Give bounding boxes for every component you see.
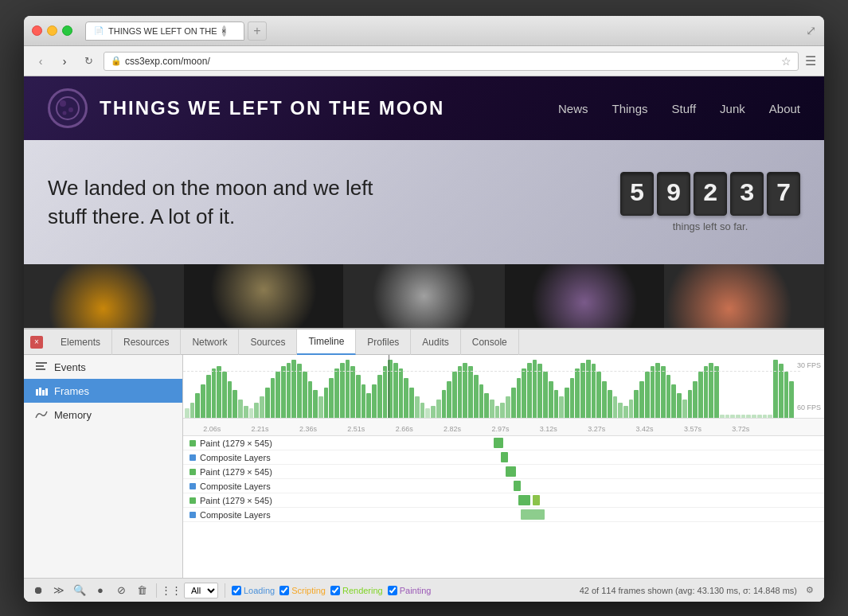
fps-bar (559, 396, 564, 418)
event-label: Composite Layers (183, 453, 338, 462)
loading-checkbox[interactable] (232, 586, 241, 595)
tab-network[interactable]: Network (181, 329, 239, 355)
thumbnail-2[interactable] (184, 264, 342, 328)
browser-window: 📄 THINGS WE LEFT ON THE × + ⤢ ‹ › ↻ 🔒 cs… (24, 16, 824, 602)
rendering-label: Rendering (342, 586, 383, 595)
sidebar-memory-label: Memory (54, 409, 92, 421)
table-row: Composite Layers (183, 508, 824, 522)
nav-things[interactable]: Things (612, 102, 647, 115)
fps-bar (281, 366, 286, 418)
fps-bar (543, 372, 548, 418)
nav-stuff[interactable]: Stuff (672, 102, 697, 115)
fps-bar (458, 366, 463, 418)
filter-select[interactable]: All (184, 583, 218, 598)
maximize-window-button[interactable] (62, 25, 72, 36)
fullscreen-button[interactable]: ⤢ (806, 23, 816, 38)
tab-sources[interactable]: Sources (239, 329, 297, 355)
scripting-filter[interactable]: Scripting (279, 586, 326, 595)
hero-text: We landed on the moon and we left stuff … (48, 173, 373, 232)
devtools-sidebar: Events Frames Memory (24, 355, 183, 578)
event-row-label-1: Composite Layers (200, 453, 271, 462)
browser-menu-button[interactable]: ☰ (805, 53, 816, 68)
settings-button[interactable]: ⚙ (802, 583, 818, 598)
tab-timeline[interactable]: Timeline (297, 329, 356, 355)
frames-icon (35, 384, 48, 397)
delete-button[interactable]: 🗑 (134, 583, 150, 598)
svg-rect-8 (39, 388, 41, 396)
tab-bar: 📄 THINGS WE LEFT ON THE × + (85, 21, 799, 41)
nav-about[interactable]: About (769, 102, 800, 115)
composite-color-dot-3 (190, 512, 196, 518)
thumbnail-1[interactable] (24, 264, 182, 328)
fps-bar (313, 390, 318, 418)
tab-audits[interactable]: Audits (411, 329, 460, 355)
thumbnail-3[interactable] (345, 264, 503, 328)
hero-line1: We landed on the moon and we left (48, 176, 373, 200)
ruler-tick-10: 3.57s (684, 425, 701, 433)
tab-resources[interactable]: Resources (112, 329, 181, 355)
fps-bar (361, 384, 366, 418)
new-tab-button[interactable]: + (248, 21, 267, 41)
nav-junk[interactable]: Junk (720, 102, 745, 115)
fps-bar (425, 408, 430, 418)
counter-digit-0: 5 (620, 172, 654, 216)
fps-bar (484, 393, 489, 418)
fps-bar (233, 390, 237, 418)
bookmark-icon[interactable]: ☆ (781, 55, 791, 68)
sidebar-item-memory[interactable]: Memory (24, 403, 182, 427)
browser-tab[interactable]: 📄 THINGS WE LEFT ON THE × (85, 21, 244, 41)
fps-bar (228, 381, 233, 418)
forward-button[interactable]: › (56, 53, 73, 70)
minimize-window-button[interactable] (47, 25, 57, 36)
refresh-button[interactable]: ↻ (80, 53, 97, 70)
close-window-button[interactable] (32, 25, 42, 36)
dot-button[interactable]: ● (92, 583, 108, 598)
nav-news[interactable]: News (558, 102, 588, 115)
devtools-main: 30 FPS 60 FPS 2.06s 2.21s 2.36s 2.51s 2.… (183, 355, 824, 578)
lines-button[interactable]: ⋮⋮ (163, 583, 179, 598)
fps-bar (789, 381, 794, 418)
fps-bar (720, 415, 725, 418)
fps-bar (238, 400, 243, 418)
devtools-close-button[interactable]: × (30, 336, 43, 349)
ruler-tick-1: 2.21s (252, 425, 269, 433)
fps-bar (217, 366, 221, 418)
composite-color-dot-2 (190, 483, 196, 489)
event-label: Paint (1279 × 545) (183, 439, 338, 448)
thumbnail-5[interactable] (666, 264, 824, 328)
counter-digit-1: 9 (657, 172, 690, 216)
rendering-checkbox[interactable] (330, 586, 340, 595)
tab-console[interactable]: Console (461, 329, 519, 355)
rendering-filter[interactable]: Rendering (330, 586, 383, 595)
thumbnails-row (24, 264, 824, 328)
sidebar-item-frames[interactable]: Frames (24, 379, 182, 403)
record-button[interactable]: ⏺ (30, 583, 46, 598)
counter-digit-4: 7 (767, 172, 800, 216)
painting-label: Painting (400, 586, 432, 595)
fps-bar (495, 406, 500, 418)
scripting-checkbox[interactable] (279, 586, 289, 595)
ruler-tick-7: 3.12s (540, 425, 557, 433)
tab-close-button[interactable]: × (222, 25, 226, 37)
painting-checkbox[interactable] (388, 586, 397, 595)
search-button[interactable]: 🔍 (72, 583, 88, 598)
fps-bar (741, 415, 746, 418)
back-button[interactable]: ‹ (32, 53, 49, 70)
fps-bar (565, 388, 569, 419)
sidebar-item-events[interactable]: Events (24, 355, 182, 379)
fps-bar (651, 366, 655, 418)
event-row-label-0: Paint (1279 × 545) (200, 439, 272, 448)
stop-button[interactable]: ⊘ (113, 583, 129, 598)
painting-filter[interactable]: Painting (388, 586, 432, 595)
fps-bar (254, 403, 259, 418)
loading-filter[interactable]: Loading (232, 586, 275, 595)
devtools-body: Events Frames Memory (24, 355, 824, 578)
fps-bar (260, 396, 264, 418)
event-label: Paint (1279 × 545) (183, 467, 338, 477)
tab-elements[interactable]: Elements (49, 329, 112, 355)
url-input[interactable]: 🔒 css3exp.com/moon/ ☆ (104, 52, 799, 71)
clear-button[interactable]: ≫ (51, 583, 67, 598)
tab-profiles[interactable]: Profiles (356, 329, 411, 355)
fps-bar (592, 364, 596, 418)
thumbnail-4[interactable] (505, 264, 663, 328)
